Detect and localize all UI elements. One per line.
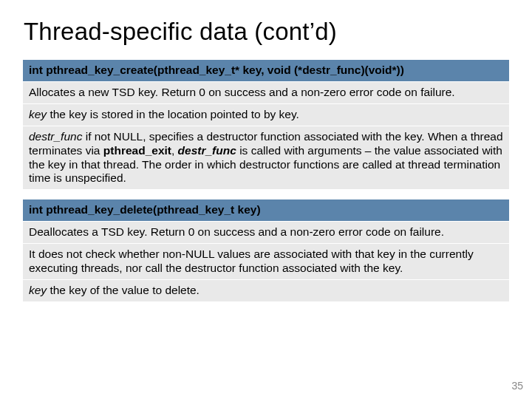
desc-key-delete: Deallocates a TSD key. Return 0 on succe… xyxy=(23,222,509,244)
param-key-delete-key: key the key of the value to delete. xyxy=(23,280,509,301)
panel-key-delete: int pthread_key_delete(pthread_key_t key… xyxy=(22,199,510,302)
param-key-create-destr: destr_func if not NULL, specifies a dest… xyxy=(23,126,509,190)
panel-gap xyxy=(22,190,510,199)
page-title: Thread-specific data (cont’d) xyxy=(24,18,510,46)
slide: Thread-specific data (cont’d) int pthrea… xyxy=(0,0,532,399)
sig-key-create: int pthread_key_create(pthread_key_t* ke… xyxy=(23,60,509,82)
page-number: 35 xyxy=(511,380,523,392)
sig-key-delete: int pthread_key_delete(pthread_key_t key… xyxy=(23,200,509,222)
panel-key-create: int pthread_key_create(pthread_key_t* ke… xyxy=(22,59,510,190)
param-key-create-key: key the key is stored in the location po… xyxy=(23,104,509,126)
desc-key-create: Allocates a new TSD key. Return 0 on suc… xyxy=(23,82,509,104)
note-key-delete: It does not check whether non-NULL value… xyxy=(23,244,509,280)
